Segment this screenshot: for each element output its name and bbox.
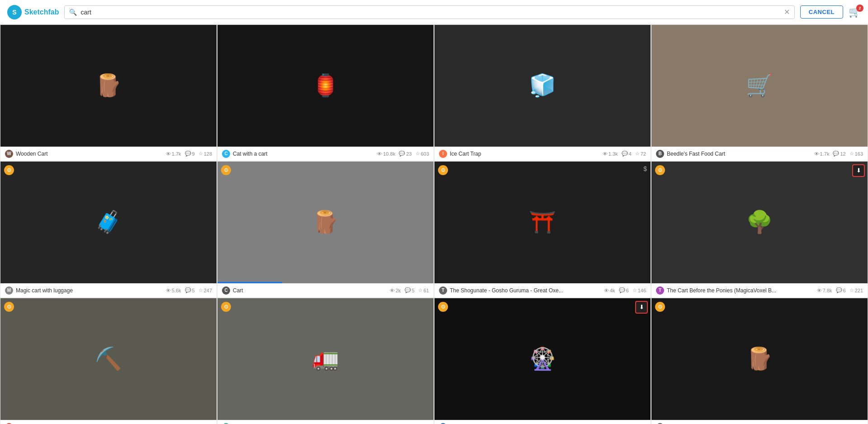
model-card[interactable]: ⚙ 🪵 C Cart 👁 2k 💬 5 ☆ 61 xyxy=(217,161,434,298)
likes-count: 61 xyxy=(424,288,429,293)
model-card[interactable]: 🧊 I Ice Cart Trap 👁 1.3k 💬 4 ☆ 72 xyxy=(434,24,651,161)
model-grid: 🪵 W Wooden Cart 👁 1.7k 💬 9 ☆ 128 xyxy=(0,24,868,424)
views-stat: 👁 10.8k xyxy=(377,151,395,157)
model-name: Wooden Cart xyxy=(16,151,163,157)
header: S Sketchfab 🔍 ✕ CANCEL 🛒 2 xyxy=(0,0,868,24)
search-input[interactable] xyxy=(80,9,780,16)
download-badge-button[interactable]: ⬇ xyxy=(635,301,648,314)
model-thumbnail: 🛒 xyxy=(651,25,868,147)
price-badge: $ xyxy=(643,165,647,172)
comments-stat: 💬 4 xyxy=(622,151,632,157)
model-name: Beedle's Fast Food Cart xyxy=(667,151,811,157)
cart-button[interactable]: 🛒 2 xyxy=(849,6,861,18)
likes-count: 163 xyxy=(855,151,863,157)
model-info: T The Shogunate - Gosho Guruma - Great O… xyxy=(434,283,651,297)
views-stat: 👁 2k xyxy=(390,288,401,293)
likes-count: 247 xyxy=(204,288,212,293)
views-count: 10.8k xyxy=(383,151,395,157)
gear-badge-icon: ⚙ xyxy=(4,165,14,175)
views-count: 1.7k xyxy=(820,151,830,157)
model-card[interactable]: 🪵 W Wooden Cart 👁 1.7k 💬 9 ☆ 128 xyxy=(0,24,217,161)
model-card[interactable]: ⚙⬇ 🌳 T The Cart Before the Ponies (Magic… xyxy=(651,161,868,298)
logo-text: Sketchfab xyxy=(24,8,59,16)
model-thumbnail: ⚙ 🪵 xyxy=(651,298,868,420)
model-thumbnail: ⚙⬇ 🌳 xyxy=(651,162,868,283)
model-card[interactable]: ⚙ 🧳 M Magic cart with luggage 👁 5.6k 💬 5… xyxy=(0,161,217,298)
model-name: Cart xyxy=(233,287,387,294)
model-name: The Cart Before the Ponies (MagicaVoxel … xyxy=(667,287,814,294)
model-info: B Beedle's Fast Food Cart 👁 1.7k 💬 12 ☆ … xyxy=(651,147,868,161)
comment-icon: 💬 xyxy=(185,151,191,157)
likes-stat: ☆ 163 xyxy=(849,151,863,157)
model-stats: 👁 1.7k 💬 12 ☆ 163 xyxy=(814,151,863,157)
thumbnail-image: ⛏️ xyxy=(0,298,217,420)
avatar: W xyxy=(5,150,13,158)
comment-icon: 💬 xyxy=(619,287,625,293)
star-icon: ☆ xyxy=(849,287,854,293)
comments-stat: 💬 12 xyxy=(833,151,845,157)
search-clear-button[interactable]: ✕ xyxy=(784,9,790,16)
gear-badge-icon: ⚙ xyxy=(438,302,448,312)
model-card[interactable]: 🏮 C Cat with a cart 👁 10.8k 💬 23 ☆ 603 xyxy=(217,24,434,161)
model-card[interactable]: ⚙⬇ 🎡 H Historical Cart 👁 2.3k 💬 5 ☆ 71 xyxy=(434,298,651,424)
logo-area: S Sketchfab xyxy=(7,5,59,19)
thumbnail-image: 🌳 xyxy=(651,162,868,283)
model-stats: 👁 1.3k 💬 4 ☆ 72 xyxy=(603,151,646,157)
model-info: W Wooden Cart 👁 1.7k 💬 9 ☆ 128 xyxy=(0,147,217,161)
likes-count: 146 xyxy=(638,288,646,293)
model-thumbnail: ⚙$ ⛩️ xyxy=(434,162,651,283)
star-icon: ☆ xyxy=(198,151,203,157)
star-icon: ☆ xyxy=(849,151,854,157)
gear-badge-icon: ⚙ xyxy=(221,302,231,312)
comment-icon: 💬 xyxy=(836,287,842,293)
model-info: T The Cart Before the Ponies (MagicaVoxe… xyxy=(651,283,868,297)
sketchfab-logo-icon: S xyxy=(7,5,22,19)
views-count: 7.8k xyxy=(823,288,832,293)
comment-icon: 💬 xyxy=(833,151,839,157)
model-name: Cat with a cart xyxy=(233,151,374,157)
comments-count: 5 xyxy=(192,288,195,293)
likes-count: 72 xyxy=(641,151,646,157)
views-count: 1.7k xyxy=(172,151,181,157)
views-stat: 👁 5.6k xyxy=(166,288,181,293)
star-icon: ☆ xyxy=(415,151,420,157)
model-card[interactable]: ⚙ 🪵 O Old cart 👁 606 💬 1 ☆ 28 xyxy=(651,298,868,424)
model-thumbnail: ⚙ 🚛 xyxy=(217,298,434,420)
model-thumbnail: ⚙ ⛏️ xyxy=(0,298,217,420)
progress-bar xyxy=(217,282,282,283)
comments-stat: 💬 6 xyxy=(619,287,629,293)
comments-stat: 💬 9 xyxy=(185,151,195,157)
eye-icon: 👁 xyxy=(817,288,822,293)
likes-stat: ☆ 603 xyxy=(415,151,429,157)
model-thumbnail: 🧊 xyxy=(434,25,651,147)
thumbnail-image: 🧊 xyxy=(434,25,651,147)
comments-count: 6 xyxy=(626,288,629,293)
model-card[interactable]: ⚙ ⛏️ M Mine Cart 👁 2k 💬 8 ☆ 19 xyxy=(0,298,217,424)
comments-count: 12 xyxy=(840,151,845,157)
comments-count: 23 xyxy=(406,151,411,157)
views-count: 2k xyxy=(396,288,401,293)
model-info: C Cat with a cart 👁 10.8k 💬 23 ☆ 603 xyxy=(217,147,434,161)
model-card[interactable]: ⚙$ ⛩️ T The Shogunate - Gosho Guruma - G… xyxy=(434,161,651,298)
cancel-button[interactable]: CANCEL xyxy=(800,5,843,19)
model-name: Ice Cart Trap xyxy=(450,151,600,157)
model-card[interactable]: 🛒 B Beedle's Fast Food Cart 👁 1.7k 💬 12 … xyxy=(651,24,868,161)
views-stat: 👁 1.3k xyxy=(603,151,618,157)
download-badge-button[interactable]: ⬇ xyxy=(852,164,865,177)
comment-icon: 💬 xyxy=(185,287,191,293)
likes-count: 221 xyxy=(855,288,863,293)
model-stats: 👁 10.8k 💬 23 ☆ 603 xyxy=(377,151,429,157)
thumbnail-image: 🪵 xyxy=(651,298,868,420)
likes-stat: ☆ 61 xyxy=(418,287,429,293)
model-thumbnail: ⚙⬇ 🎡 xyxy=(434,298,651,420)
model-name: The Shogunate - Gosho Guruma - Great Oxe… xyxy=(450,287,601,294)
thumbnail-image: 🪵 xyxy=(0,25,217,147)
gear-badge-icon: ⚙ xyxy=(655,302,665,312)
model-card[interactable]: ⚙ 🚛 T Transportation Cart 👁 3.8k 💬 9 ☆ 7… xyxy=(217,298,434,424)
comments-stat: 💬 5 xyxy=(185,287,195,293)
comments-count: 4 xyxy=(629,151,632,157)
views-stat: 👁 1.7k xyxy=(814,151,830,157)
model-thumbnail: 🏮 xyxy=(217,25,434,147)
star-icon: ☆ xyxy=(635,151,640,157)
comment-icon: 💬 xyxy=(622,151,628,157)
